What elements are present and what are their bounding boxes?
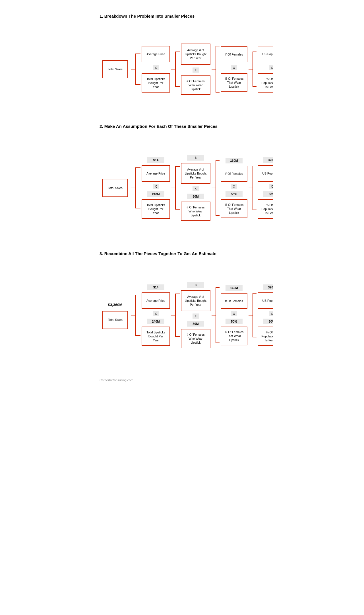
section-3: 3. Recombine All The Pieces Together To … [100,251,264,369]
x-label-2: X [193,67,198,73]
x-label-1: X [153,65,159,70]
watermark: CareerInConsulting.com [100,378,264,382]
pct-female-uspop-badge-2: 50% [263,191,273,197]
avg-lipsticks-node-2: Average # of Lipsticks Bought Per Year [181,163,210,184]
pct-females-wear-badge-2: 50% [226,191,243,197]
total-sales-node-3: Total Sales [102,311,128,329]
section-1: 1. Breakdown The Problem Into Smaller Pi… [100,14,264,115]
avg-lipsticks-node-1: Average # of Lipsticks Bought Per Year [181,44,210,65]
hline-4a [249,69,253,69]
diagram-3: $3,360M Total Sales $14 Average Price X … [100,261,264,369]
section-2-title: 2. Make An Assumption For Each Of These … [100,124,264,129]
pct-females-wear-node-2: % Of Females That Wear Lipstick [221,199,247,218]
total-sales-node-1: Total Sales [102,60,128,78]
us-pop-node-2: US Population [258,165,273,182]
total-sales-node-2: Total Sales [102,179,128,197]
avg-price-node-2: Average Price [142,165,170,182]
num-females-wear-node-1: # Of Females Who Wear Lipstick [181,75,210,95]
hline-3a [212,69,216,69]
section-3-title: 3. Recombine All The Pieces Together To … [100,251,264,256]
total-lipsticks-node-1: Total Lipsticks Bought Per Year [142,73,170,93]
num-females-wear-badge-2: 80M [187,194,204,199]
diagram-2: Total Sales $14 Average Price X 240M Tot… [100,134,264,242]
avg-price-badge-2: $14 [147,157,164,163]
hline-1a [131,69,135,69]
pct-female-uspop-node-1: % Of US Population That Is Female [258,73,273,93]
num-females-wear-node-2: # Of Females Who Wear Lipstick [181,202,210,221]
x-label-s2-1: X [153,184,159,189]
diagram-1: Total Sales [100,24,264,115]
hline-2a [171,69,175,69]
hline-s2-1 [131,188,135,188]
result-badge: $3,360M [105,302,125,308]
x-label-4: X [269,65,273,70]
num-females-badge-2: 160M [226,158,243,163]
pct-female-uspop-node-2: % Of US Population That Is Female [258,199,273,219]
section-2: 2. Make An Assumption For Each Of These … [100,124,264,242]
num-females-node-1: # Of Females [221,46,247,62]
avg-lipsticks-badge-2: 3 [187,155,204,161]
num-females-node-2: # Of Females [221,166,247,182]
avg-price-node-1: Average Price [142,46,170,62]
us-pop-node-1: US Population [258,46,273,62]
section-1-title: 1. Breakdown The Problem Into Smaller Pi… [100,14,264,19]
us-pop-badge-2: 320M [263,157,273,163]
pct-females-wear-node-1: % Of Females That Wear Lipstick [221,73,247,92]
x-label-3: X [231,65,237,70]
total-lipsticks-badge-2: 240M [147,191,164,197]
total-lipsticks-node-2: Total Lipsticks Bought Per Year [142,199,170,219]
